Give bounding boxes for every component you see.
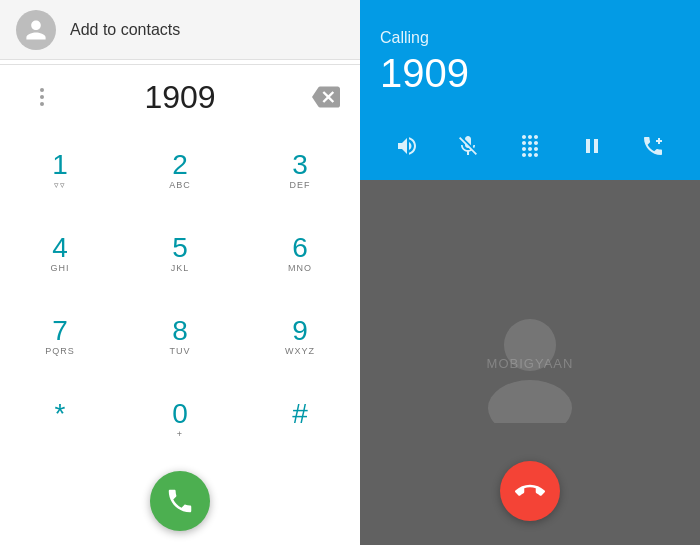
dial-number: 1909 <box>52 79 308 116</box>
end-call-icon <box>515 476 545 506</box>
key-0[interactable]: 0 + <box>120 378 240 461</box>
dialpad-row-1: 1 ▿▿ 2 ABC 3 DEF <box>0 129 360 212</box>
dialer-panel: Add to contacts 1909 1 ▿▿ 2 ABC <box>0 0 360 545</box>
key-hash[interactable]: # <box>240 378 360 461</box>
backspace-icon <box>312 83 340 111</box>
person-icon <box>24 18 48 42</box>
dialpad: 1 ▿▿ 2 ABC 3 DEF 4 GHI 5 JKL 6 M <box>0 125 360 465</box>
call-button[interactable] <box>150 471 210 531</box>
bottom-call-row <box>0 465 360 545</box>
calling-panel: Calling 1909 <box>360 0 700 545</box>
divider <box>0 64 360 65</box>
mute-button[interactable] <box>448 126 488 166</box>
key-6[interactable]: 6 MNO <box>240 212 360 295</box>
backspace-button[interactable] <box>308 79 344 115</box>
add-call-button[interactable] <box>633 126 673 166</box>
speaker-icon <box>395 134 419 158</box>
key-5[interactable]: 5 JKL <box>120 212 240 295</box>
key-9[interactable]: 9 WXYZ <box>240 295 360 378</box>
speaker-button[interactable] <box>387 126 427 166</box>
key-3[interactable]: 3 DEF <box>240 129 360 212</box>
avatar <box>16 10 56 50</box>
svg-point-1 <box>488 380 572 423</box>
add-contact-label: Add to contacts <box>70 21 180 39</box>
pause-icon <box>580 134 604 158</box>
hold-button[interactable] <box>572 126 612 166</box>
dialpad-icon <box>518 134 542 158</box>
dialpad-button[interactable] <box>510 126 550 166</box>
key-2[interactable]: 2 ABC <box>120 129 240 212</box>
number-row: 1909 <box>0 69 360 125</box>
more-icon[interactable] <box>40 88 44 106</box>
calling-label: Calling <box>380 29 680 47</box>
end-call-button[interactable] <box>500 461 560 521</box>
key-star[interactable]: * <box>0 378 120 461</box>
phone-icon <box>165 486 195 516</box>
add-call-icon <box>641 134 665 158</box>
dialpad-row-2: 4 GHI 5 JKL 6 MNO <box>0 212 360 295</box>
contact-silhouette <box>470 303 590 423</box>
key-8[interactable]: 8 TUV <box>120 295 240 378</box>
key-1[interactable]: 1 ▿▿ <box>0 129 120 212</box>
calling-number: 1909 <box>380 51 680 96</box>
call-controls <box>360 120 700 180</box>
svg-point-0 <box>504 319 556 371</box>
key-4[interactable]: 4 GHI <box>0 212 120 295</box>
dialpad-row-3: 7 PQRS 8 TUV 9 WXYZ <box>0 295 360 378</box>
mic-off-icon <box>456 134 480 158</box>
add-contact-row[interactable]: Add to contacts <box>0 0 360 60</box>
dialpad-row-4: * 0 + # <box>0 378 360 461</box>
calling-header: Calling 1909 <box>360 0 700 120</box>
key-7[interactable]: 7 PQRS <box>0 295 120 378</box>
contact-area: MOBIGYAAN <box>360 180 700 545</box>
